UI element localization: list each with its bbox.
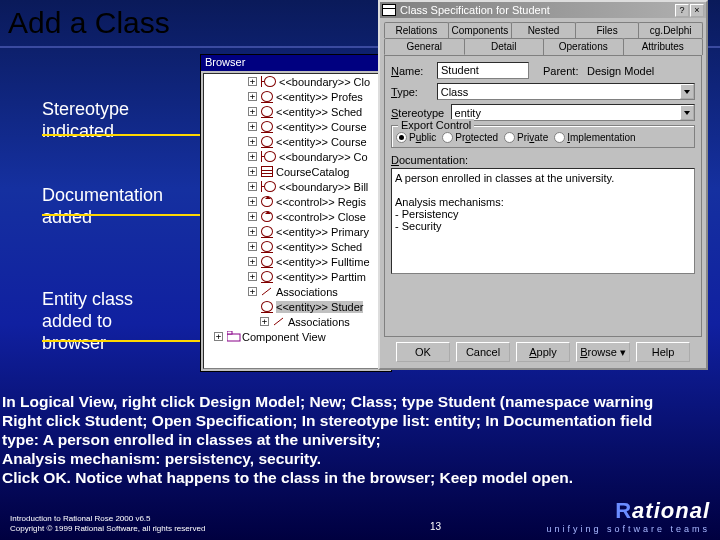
tree-item[interactable]: +<<entity>> Sched bbox=[204, 239, 388, 254]
tab-general[interactable]: General bbox=[384, 38, 465, 55]
tree-item[interactable]: +Associations bbox=[204, 314, 388, 329]
documentation-textarea[interactable]: A person enrolled in classes at the univ… bbox=[391, 168, 695, 274]
boundary-icon bbox=[264, 151, 276, 162]
expand-icon[interactable]: + bbox=[248, 122, 257, 131]
annot-documentation: Documentation added bbox=[42, 184, 163, 228]
entity-icon bbox=[261, 91, 273, 102]
expand-icon[interactable]: + bbox=[248, 257, 257, 266]
tabs-row-back: RelationsComponentsNestedFilescg.Delphi bbox=[380, 18, 706, 38]
radio-implementation[interactable]: Implementation bbox=[554, 132, 635, 143]
radio-icon bbox=[442, 132, 453, 143]
radio-icon bbox=[504, 132, 515, 143]
radio-icon bbox=[396, 132, 407, 143]
tree-item[interactable]: +<<entity>> Fulltime bbox=[204, 254, 388, 269]
expand-icon[interactable]: + bbox=[248, 77, 257, 86]
tree-item[interactable]: <<entity>> Studer bbox=[204, 299, 388, 314]
control-icon bbox=[261, 196, 273, 207]
stereotype-dropdown[interactable]: entity bbox=[451, 104, 695, 121]
svg-rect-3 bbox=[227, 331, 232, 334]
tree-item[interactable]: +<<control>> Regis bbox=[204, 194, 388, 209]
expand-icon[interactable]: + bbox=[248, 197, 257, 206]
browser-titlebar: Browser bbox=[201, 55, 391, 71]
tab-nested[interactable]: Nested bbox=[511, 22, 576, 38]
expand-icon[interactable]: + bbox=[248, 242, 257, 251]
tree-item-label: <<entity>> Profes bbox=[276, 91, 363, 103]
tab-operations[interactable]: Operations bbox=[543, 38, 624, 55]
radio-label: Public bbox=[409, 132, 436, 143]
svg-line-1 bbox=[274, 318, 283, 325]
browse-button[interactable]: Browse ▾ bbox=[576, 342, 630, 362]
tree-item[interactable]: +<<entity>> Profes bbox=[204, 89, 388, 104]
tree-item-label: Associations bbox=[288, 316, 350, 328]
chevron-down-icon[interactable] bbox=[680, 105, 694, 120]
entity-icon bbox=[261, 271, 273, 282]
tree-item-label: <<entity>> Sched bbox=[276, 241, 362, 253]
radio-public[interactable]: Public bbox=[396, 132, 436, 143]
tab-files[interactable]: Files bbox=[575, 22, 640, 38]
tab-attributes[interactable]: Attributes bbox=[623, 38, 704, 55]
type-dropdown[interactable]: Class bbox=[437, 83, 695, 100]
dialog-button-row: OK Cancel Apply Browse ▾ Help bbox=[380, 342, 706, 362]
tree-item[interactable]: +<<entity>> Course bbox=[204, 119, 388, 134]
tree-item-label: <<entity>> Studer bbox=[276, 301, 363, 313]
tree-item-label: <<boundary>> Clo bbox=[279, 76, 370, 88]
entity-icon bbox=[261, 226, 273, 237]
radio-label: Implementation bbox=[567, 132, 635, 143]
tree-item[interactable]: +<<boundary>> Co bbox=[204, 149, 388, 164]
expand-icon[interactable]: + bbox=[214, 332, 223, 341]
ok-button[interactable]: OK bbox=[396, 342, 450, 362]
stereotype-value: entity bbox=[455, 107, 481, 119]
dialog-title: Class Specification for Student bbox=[400, 4, 550, 16]
dialog-icon bbox=[382, 4, 396, 16]
entity-icon bbox=[261, 301, 273, 312]
help-button[interactable]: Help bbox=[636, 342, 690, 362]
tree-item-label: <<entity>> Course bbox=[276, 121, 367, 133]
tree-item[interactable]: +<<entity>> Course bbox=[204, 134, 388, 149]
expand-icon[interactable]: + bbox=[248, 227, 257, 236]
browser-tree[interactable]: +<<boundary>> Clo+<<entity>> Profes+<<en… bbox=[203, 73, 389, 369]
expand-icon[interactable]: + bbox=[248, 107, 257, 116]
radio-private[interactable]: Private bbox=[504, 132, 548, 143]
annot-entity-class: Entity class added to browser bbox=[42, 288, 133, 354]
name-input[interactable]: Student bbox=[437, 62, 529, 79]
tree-item-label: <<control>> Close bbox=[276, 211, 366, 223]
page-number: 13 bbox=[430, 521, 441, 532]
tree-item[interactable]: +<<control>> Close bbox=[204, 209, 388, 224]
radio-protected[interactable]: Protected bbox=[442, 132, 498, 143]
expand-icon[interactable]: + bbox=[248, 137, 257, 146]
tree-item[interactable]: +Component View bbox=[204, 329, 388, 344]
radio-label: Private bbox=[517, 132, 548, 143]
tree-item-label: <<entity>> Fulltime bbox=[276, 256, 370, 268]
tree-item-label: Component View bbox=[242, 331, 326, 343]
dialog-titlebar[interactable]: Class Specification for Student ? × bbox=[380, 2, 706, 18]
expand-icon[interactable]: + bbox=[248, 152, 257, 161]
expand-icon[interactable]: + bbox=[248, 182, 257, 191]
tree-item[interactable]: +<<boundary>> Bill bbox=[204, 179, 388, 194]
expand-icon[interactable]: + bbox=[248, 212, 257, 221]
tree-item[interactable]: +CourseCatalog bbox=[204, 164, 388, 179]
tree-item[interactable]: +<<entity>> Parttim bbox=[204, 269, 388, 284]
tree-item[interactable]: +Associations bbox=[204, 284, 388, 299]
context-help-button[interactable]: ? bbox=[675, 4, 689, 17]
tree-item-label: <<entity>> Course bbox=[276, 136, 367, 148]
cancel-button[interactable]: Cancel bbox=[456, 342, 510, 362]
svg-rect-2 bbox=[227, 334, 240, 341]
tree-item[interactable]: +<<entity>> Sched bbox=[204, 104, 388, 119]
tree-item[interactable]: +<<boundary>> Clo bbox=[204, 74, 388, 89]
tree-item-label: <<entity>> Parttim bbox=[276, 271, 366, 283]
tab-detail[interactable]: Detail bbox=[464, 38, 545, 55]
tab-relations[interactable]: Relations bbox=[384, 22, 449, 38]
type-value: Class bbox=[441, 86, 469, 98]
expand-icon[interactable]: + bbox=[248, 92, 257, 101]
apply-button[interactable]: Apply bbox=[516, 342, 570, 362]
expand-icon[interactable]: + bbox=[248, 287, 257, 296]
tab-cg-delphi[interactable]: cg.Delphi bbox=[638, 22, 703, 38]
expand-icon[interactable]: + bbox=[260, 317, 269, 326]
tab-components[interactable]: Components bbox=[448, 22, 513, 38]
expand-icon[interactable]: + bbox=[248, 272, 257, 281]
tree-item[interactable]: +<<entity>> Primary bbox=[204, 224, 388, 239]
close-button[interactable]: × bbox=[690, 4, 704, 17]
chevron-down-icon[interactable] bbox=[680, 84, 694, 99]
expand-icon[interactable]: + bbox=[248, 167, 257, 176]
tree-item-label: CourseCatalog bbox=[276, 166, 349, 178]
